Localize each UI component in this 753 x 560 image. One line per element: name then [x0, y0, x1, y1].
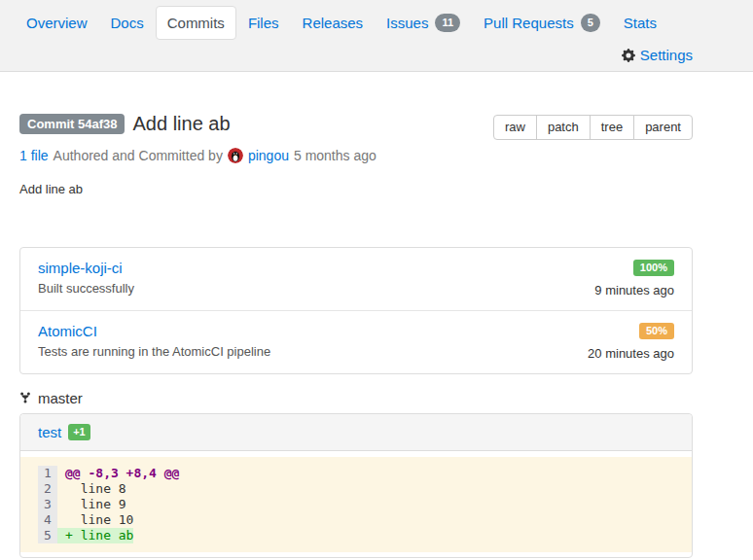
ci-time: 9 minutes ago — [594, 283, 674, 298]
commit-time: 5 months ago — [294, 148, 376, 163]
ci-info: AtomicCI Tests are running in the Atomic… — [38, 323, 270, 359]
line-number[interactable]: 5 — [38, 528, 57, 543]
diff-line: 4 line 10 — [38, 512, 692, 528]
commit-hash-badge: Commit 54af38 — [19, 114, 125, 134]
author-avatar[interactable] — [228, 148, 243, 163]
ci-link-simple-koji-ci[interactable]: simple-koji-ci — [38, 260, 123, 276]
tab-issues[interactable]: Issues 11 — [375, 5, 472, 41]
tab-overview[interactable]: Overview — [15, 6, 99, 40]
settings-label: Settings — [640, 47, 693, 63]
tree-button[interactable]: tree — [590, 115, 634, 140]
commit-title-group: Commit 54af38 Add line ab — [19, 113, 231, 135]
ci-time: 20 minutes ago — [588, 346, 674, 361]
line-text: line 9 — [57, 497, 126, 512]
line-text: line 10 — [57, 512, 133, 528]
author-link[interactable]: pingou — [248, 148, 289, 163]
commit-title: Add line ab — [132, 113, 230, 135]
tab-files[interactable]: Files — [236, 6, 291, 40]
diff-line: 2 line 8 — [38, 481, 692, 497]
ci-status-panel: simple-koji-ci Built successfully 100% 9… — [19, 247, 693, 374]
ci-status-text: Tests are running in the AtomicCI pipeli… — [38, 344, 270, 359]
project-header: Overview Docs Commits Files Releases Iss… — [0, 0, 753, 72]
ci-result: 50% 20 minutes ago — [588, 323, 674, 361]
diff-panel: test +1 1@@ -8,3 +8,4 @@ 2 line 8 3 line… — [19, 413, 693, 558]
project-nav: Overview Docs Commits Files Releases Iss… — [15, 5, 693, 41]
ci-row-simple-koji-ci: simple-koji-ci Built successfully 100% 9… — [20, 248, 692, 310]
line-number[interactable]: 4 — [38, 512, 57, 528]
tab-commits[interactable]: Commits — [156, 6, 236, 40]
files-link[interactable]: 1 file — [19, 148, 49, 163]
parent-button[interactable]: parent — [633, 115, 693, 140]
branch-name: master — [38, 390, 83, 406]
commit-byline: Authored and Committed by — [54, 148, 223, 163]
diff-line: 5+ line ab — [38, 528, 692, 543]
line-text: line 8 — [57, 481, 126, 497]
tab-pull-requests-label: Pull Requests — [484, 15, 574, 31]
line-number[interactable]: 1 — [38, 466, 57, 481]
patch-button[interactable]: patch — [536, 115, 591, 140]
tab-issues-label: Issues — [386, 15, 428, 31]
issues-count-badge: 11 — [435, 14, 460, 32]
commit-header: Commit 54af38 Add line ab raw patch tree… — [19, 113, 693, 140]
tab-docs[interactable]: Docs — [99, 6, 156, 40]
ci-row-atomicci: AtomicCI Tests are running in the Atomic… — [20, 310, 692, 373]
line-number[interactable]: 3 — [38, 497, 57, 512]
commit-page: Commit 54af38 Add line ab raw patch tree… — [19, 113, 693, 558]
tab-releases[interactable]: Releases — [291, 6, 376, 40]
diff-changes-badge: +1 — [68, 424, 90, 440]
ci-info: simple-koji-ci Built successfully — [38, 260, 134, 296]
diff-file-link[interactable]: test — [38, 424, 61, 440]
ci-percent-badge: 100% — [633, 260, 674, 276]
ci-status-text: Built successfully — [38, 281, 134, 296]
ci-link-atomicci[interactable]: AtomicCI — [38, 323, 97, 339]
tab-pull-requests[interactable]: Pull Requests 5 — [472, 5, 612, 41]
line-text: @@ -8,3 +8,4 @@ — [57, 466, 179, 481]
settings-link[interactable]: Settings — [622, 47, 693, 63]
commit-action-buttons: raw patch tree parent — [493, 115, 693, 140]
diff-body: 1@@ -8,3 +8,4 @@ 2 line 8 3 line 9 4 lin… — [20, 451, 692, 557]
pull-requests-count-badge: 5 — [581, 14, 600, 32]
diff-code-block: 1@@ -8,3 +8,4 @@ 2 line 8 3 line 9 4 lin… — [20, 457, 692, 552]
tab-stats[interactable]: Stats — [612, 6, 668, 40]
diff-file-header: test +1 — [20, 414, 692, 451]
ci-result: 100% 9 minutes ago — [594, 260, 674, 298]
branch-row: master — [19, 390, 693, 406]
line-number[interactable]: 2 — [38, 481, 57, 497]
diff-line: 3 line 9 — [38, 497, 692, 512]
commit-description: Add line ab — [19, 182, 693, 196]
ci-percent-badge: 50% — [639, 323, 674, 339]
settings-row: Settings — [15, 47, 693, 63]
diff-line: 1@@ -8,3 +8,4 @@ — [38, 466, 692, 481]
raw-button[interactable]: raw — [493, 115, 537, 140]
gear-icon — [622, 49, 635, 62]
line-text: + line ab — [57, 528, 133, 543]
branch-icon — [19, 391, 31, 404]
commit-meta: 1 file Authored and Committed by pingou … — [19, 148, 693, 163]
